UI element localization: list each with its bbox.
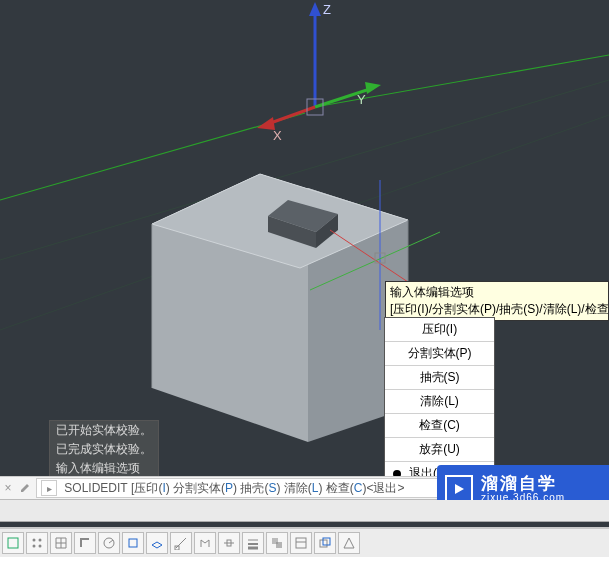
status-btn-ducs[interactable] (194, 532, 216, 554)
prompt-detail: [压印(I)/分割实体(P)/抽壳(S)/清除(L)/检查 (390, 301, 604, 318)
play-icon (445, 475, 473, 503)
status-btn-polar[interactable] (98, 532, 120, 554)
history-line: 已开始实体校验。 (50, 421, 158, 440)
svg-rect-32 (8, 538, 18, 548)
ucs-gizmo: Z Y X (245, 0, 405, 120)
opt-shell[interactable]: 抽壳(S) (385, 366, 494, 390)
svg-point-34 (39, 539, 42, 542)
svg-text:Z: Z (323, 2, 331, 17)
status-btn-snap[interactable] (26, 532, 48, 554)
viewport-3d[interactable]: Z Y X (0, 0, 609, 496)
svg-text:X: X (273, 128, 282, 143)
svg-rect-48 (276, 542, 282, 548)
option-menu[interactable]: 压印(I) 分割实体(P) 抽壳(S) 清除(L) 检查(C) 放弃(U) 退出… (384, 317, 495, 486)
opt-clean[interactable]: 清除(L) (385, 390, 494, 414)
svg-marker-31 (455, 484, 464, 494)
svg-point-33 (33, 539, 36, 542)
svg-point-35 (33, 545, 36, 548)
status-btn-grid[interactable] (50, 532, 72, 554)
status-btn-trans[interactable] (266, 532, 288, 554)
status-btn-qp[interactable] (290, 532, 312, 554)
svg-point-36 (39, 545, 42, 548)
status-btn-otrack[interactable] (170, 532, 192, 554)
status-btn-sc[interactable] (314, 532, 336, 554)
customize-icon[interactable] (16, 480, 36, 497)
status-btn-lw[interactable] (242, 532, 264, 554)
close-icon[interactable]: × (0, 481, 16, 495)
status-btn-osnap[interactable] (122, 532, 144, 554)
prompt-title: 输入体编辑选项 (390, 284, 604, 301)
layout-tab-strip[interactable] (0, 500, 609, 522)
opt-check[interactable]: 检查(C) (385, 414, 494, 438)
svg-text:Y: Y (357, 92, 366, 107)
svg-rect-39 (129, 539, 137, 547)
status-btn-anno[interactable] (338, 532, 360, 554)
opt-separate[interactable]: 分割实体(P) (385, 342, 494, 366)
svg-marker-8 (365, 82, 381, 94)
status-btn-3dosnap[interactable] (146, 532, 168, 554)
svg-rect-49 (296, 538, 306, 548)
status-bar (0, 527, 609, 557)
opt-undo[interactable]: 放弃(U) (385, 438, 494, 462)
svg-line-38 (109, 540, 113, 543)
status-btn-infer[interactable] (2, 532, 24, 554)
status-btn-dyn[interactable] (218, 532, 240, 554)
status-btn-ortho[interactable] (74, 532, 96, 554)
watermark-brand: 溜溜自学 (481, 475, 565, 493)
command-history: 已开始实体校验。 已完成实体校验。 输入体编辑选项 (49, 420, 159, 479)
opt-imprint[interactable]: 压印(I) (385, 318, 494, 342)
cmd-name: SOLIDEDIT (64, 481, 127, 495)
svg-marker-5 (309, 2, 321, 16)
cmd-prefix-icon: ▸ (41, 480, 57, 496)
bottom-gap (0, 557, 609, 579)
history-line: 已完成实体校验。 (50, 440, 158, 459)
dynamic-input-prompt: 输入体编辑选项 [压印(I)/分割实体(P)/抽壳(S)/清除(L)/检查 (385, 281, 609, 321)
